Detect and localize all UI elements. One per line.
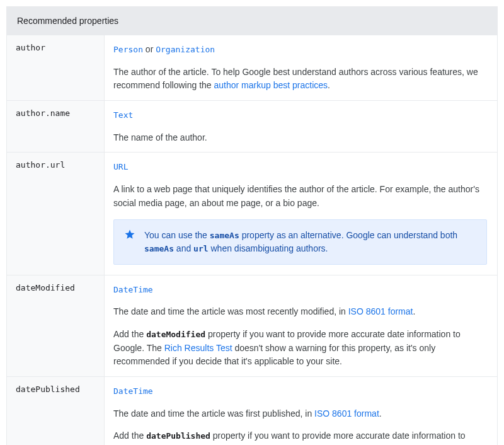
property-description: Person or Organization The author of the… [105,35,497,100]
property-description: Text The name of the author. [105,101,497,152]
code-datemodified: dateModified [146,330,205,339]
table-row: datePublished DateTime The date and time… [7,376,497,445]
table-header: Recommended properties [7,7,497,35]
star-icon [124,229,135,255]
desc-text: The name of the author. [113,131,487,145]
type-link-datetime[interactable]: DateTime [113,285,153,294]
property-name: author [7,35,105,100]
desc-text: . [413,306,415,316]
table-row: dateModified DateTime The date and time … [7,275,497,376]
table-row: author.name Text The name of the author. [7,100,497,152]
desc-text: . [379,408,382,419]
property-description: DateTime The date and time the article w… [105,377,497,445]
desc-text: . [328,80,330,90]
link-iso8601[interactable]: ISO 8601 format [314,408,379,419]
note-box: You can use the sameAs property as an al… [113,219,487,265]
property-name: author.url [7,153,105,274]
property-description: DateTime The date and time the article w… [105,275,497,376]
property-description: URL A link to a web page that uniquely i… [105,153,497,274]
desc-text: Add the [113,431,146,441]
link-iso8601[interactable]: ISO 8601 format [348,306,413,316]
link-author-markup[interactable]: author markup best practices [214,80,328,90]
property-name: dateModified [7,275,105,376]
desc-text: A link to a web page that uniquely ident… [113,183,487,210]
properties-table: Recommended properties author Person or … [6,6,498,445]
code-datepublished: datePublished [146,431,210,441]
desc-text: The date and time the article was first … [113,408,314,419]
link-rich-results[interactable]: Rich Results Test [164,343,232,353]
type-link-person[interactable]: Person [113,45,143,54]
property-name: datePublished [7,377,105,445]
desc-text: Add the [113,329,146,339]
note-text: You can use the sameAs property as an al… [144,229,476,255]
table-row: author.url URL A link to a web page that… [7,152,497,274]
table-row: author Person or Organization The author… [7,35,497,100]
desc-text: The date and time the article was most r… [113,306,348,316]
text-or: or [143,44,156,54]
type-link-organization[interactable]: Organization [156,45,215,54]
type-link-url[interactable]: URL [113,162,128,171]
property-name: author.name [7,101,105,152]
type-link-text[interactable]: Text [113,110,133,120]
type-link-datetime[interactable]: DateTime [113,386,153,396]
